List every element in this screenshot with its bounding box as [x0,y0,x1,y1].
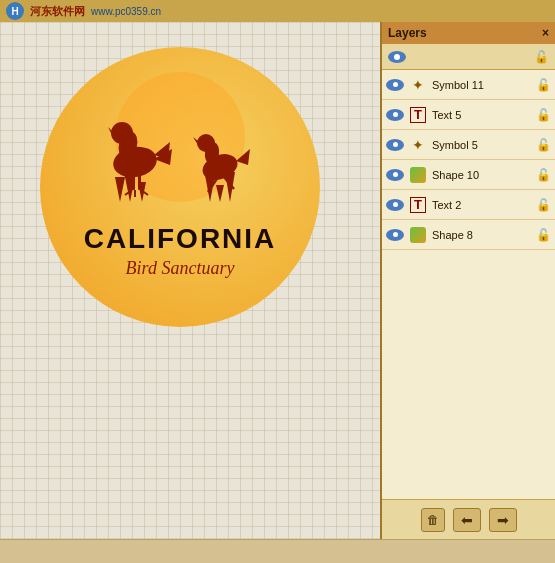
layer-name-shape10: Shape 10 [432,169,532,181]
layers-visibility-row: 🔓 [382,44,555,70]
main-area: CALIFORNIA Bird Sanctuary Layers × 🔓 ✦ S… [0,22,555,539]
layer-thumb-symbol11: ✦ [408,75,428,95]
bottom-bar [0,539,555,563]
layer-lock-text2[interactable]: 🔓 [536,198,551,212]
move-forward-button[interactable]: ➡ [489,508,517,532]
layer-lock-shape10[interactable]: 🔓 [536,168,551,182]
layers-footer: 🗑 ⬅ ➡ [382,499,555,539]
watermark-text: 河东软件网 [30,4,85,19]
layer-thumb-shape8 [408,225,428,245]
layer-lock-symbol5[interactable]: 🔓 [536,138,551,152]
layer-item-shape8[interactable]: Shape 8 🔓 [382,220,555,250]
move-back-button[interactable]: ⬅ [453,508,481,532]
layer-item-text2[interactable]: T Text 2 🔓 [382,190,555,220]
svg-point-14 [197,134,215,152]
watermark-url: www.pc0359.cn [91,6,161,17]
layer-name-text5: Text 5 [432,109,532,121]
layer-name-shape8: Shape 8 [432,229,532,241]
layer-eye-shape8[interactable] [386,229,404,241]
layer-item-symbol5[interactable]: ✦ Symbol 5 🔓 [382,130,555,160]
layer-lock-shape8[interactable]: 🔓 [536,228,551,242]
svg-marker-19 [115,177,125,202]
layer-eye-symbol11[interactable] [386,79,404,91]
layers-list: ✦ Symbol 11 🔓 T Text 5 🔓 ✦ Symbol 5 🔓 [382,70,555,499]
layer-eye-text2[interactable] [386,199,404,211]
master-eye-toggle[interactable] [388,51,406,63]
layer-lock-symbol11[interactable]: 🔓 [536,78,551,92]
logo-subtitle: Bird Sanctuary [126,258,235,279]
layer-name-symbol11: Symbol 11 [432,79,532,91]
logo-icon: H [6,2,24,20]
layer-thumb-symbol5: ✦ [408,135,428,155]
layers-header: Layers × [382,22,555,44]
logo-circle: CALIFORNIA Bird Sanctuary [40,47,320,327]
layer-name-symbol5: Symbol 5 [432,139,532,151]
layer-eye-text5[interactable] [386,109,404,121]
layer-item-text5[interactable]: T Text 5 🔓 [382,100,555,130]
layer-eye-symbol5[interactable] [386,139,404,151]
layer-item-shape10[interactable]: Shape 10 🔓 [382,160,555,190]
canvas-content: CALIFORNIA Bird Sanctuary [10,32,350,342]
layer-thumb-text2: T [408,195,428,215]
svg-marker-23 [216,185,224,202]
layer-name-text2: Text 2 [432,199,532,211]
canvas-area: CALIFORNIA Bird Sanctuary [0,22,380,539]
birds-illustration [60,67,300,227]
layer-thumb-text5: T [408,105,428,125]
svg-marker-4 [108,127,112,135]
layer-eye-shape10[interactable] [386,169,404,181]
delete-layer-button[interactable]: 🗑 [421,508,445,532]
layers-title: Layers [388,26,427,40]
master-lock-icon[interactable]: 🔓 [534,50,549,64]
top-bar: H 河东软件网 www.pc0359.cn [0,0,555,22]
layer-lock-text5[interactable]: 🔓 [536,108,551,122]
layers-close-button[interactable]: × [542,26,549,40]
layer-item-symbol11[interactable]: ✦ Symbol 11 🔓 [382,70,555,100]
logo-title: CALIFORNIA [84,223,277,255]
layers-panel: Layers × 🔓 ✦ Symbol 11 🔓 T Text 5 🔓 [380,22,555,539]
svg-point-3 [111,122,133,144]
layer-thumb-shape10 [408,165,428,185]
